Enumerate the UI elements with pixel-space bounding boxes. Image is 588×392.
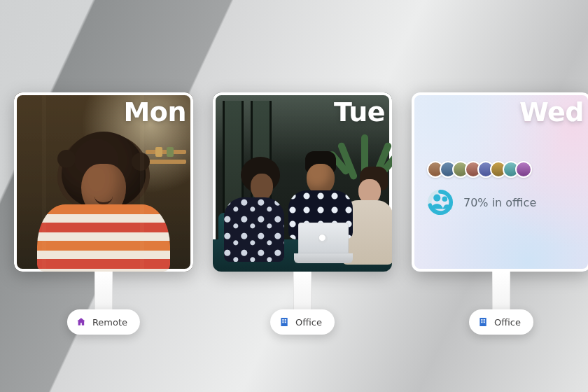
location-label: Office <box>295 317 322 328</box>
location-label: Remote <box>92 317 127 328</box>
day-card-panel: Wed <box>412 92 588 272</box>
avatar[interactable] <box>515 161 532 178</box>
workweek-stage: Mon Remote <box>0 0 588 392</box>
shelf-decor <box>146 160 186 164</box>
location-label: Office <box>494 317 521 328</box>
home-icon <box>76 316 87 328</box>
location-pill-office[interactable]: Office <box>270 309 335 335</box>
people-icon <box>427 189 454 216</box>
day-card-tue[interactable]: Tue Office <box>213 92 392 272</box>
building-icon <box>477 316 489 328</box>
svg-point-3 <box>442 196 448 202</box>
person-illustration <box>220 157 287 262</box>
person-illustration <box>30 125 177 272</box>
day-label: Tue <box>334 97 385 127</box>
attendee-avatars[interactable] <box>427 161 575 178</box>
day-card-mon[interactable]: Mon Remote <box>14 92 193 272</box>
day-label: Mon <box>124 97 186 127</box>
svg-point-2 <box>433 195 440 202</box>
day-card-image: Mon <box>14 92 193 272</box>
day-label: Wed <box>519 97 584 127</box>
building-icon <box>279 316 290 328</box>
occupancy-text: 70% in office <box>463 196 536 209</box>
day-card-image: Tue <box>213 92 392 272</box>
laptop-illustration <box>294 223 353 263</box>
occupancy-row: 70% in office <box>427 189 575 216</box>
occupancy-donut <box>427 189 454 216</box>
location-pill-office[interactable]: Office <box>469 309 533 335</box>
occupancy-panel: 70% in office <box>427 161 575 216</box>
location-pill-remote[interactable]: Remote <box>67 309 140 335</box>
day-cards-row: Mon Remote <box>0 92 588 272</box>
person-illustration <box>279 147 357 265</box>
day-card-wed[interactable]: Wed <box>412 92 588 272</box>
